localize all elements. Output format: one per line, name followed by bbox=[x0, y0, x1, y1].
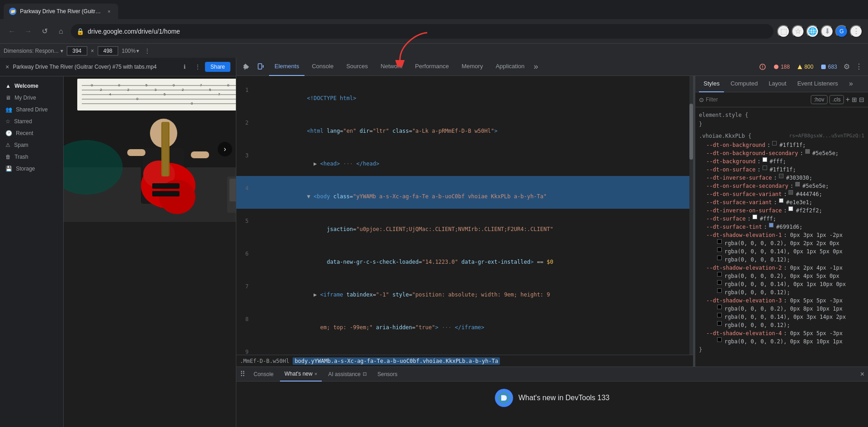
color-swatch-5[interactable] bbox=[779, 174, 783, 178]
drive-nav-shared[interactable]: 👥 Shared Drive bbox=[0, 104, 63, 116]
devtools-tab-memory[interactable]: Memory bbox=[456, 58, 489, 76]
styles-tab-computed[interactable]: Computed bbox=[726, 76, 762, 92]
color-swatch-s1b[interactable] bbox=[717, 247, 722, 252]
color-swatch-s2c[interactable] bbox=[717, 288, 722, 293]
color-swatch-s3b[interactable] bbox=[717, 313, 722, 317]
filter-flex-icon[interactable]: ⊟ bbox=[859, 96, 864, 103]
color-swatch-s3a[interactable] bbox=[717, 305, 722, 309]
color-swatch-11[interactable] bbox=[769, 223, 773, 227]
tab-close-button[interactable]: × bbox=[105, 8, 113, 15]
whats-new-close-button[interactable]: × bbox=[314, 371, 317, 377]
breadcrumb-item-2[interactable]: body.yYWAMb.a-s-Xc-ag-fa-Te.a-b-uoC0bf.v… bbox=[293, 357, 500, 365]
profile-button[interactable]: G bbox=[835, 25, 848, 38]
extensions-button[interactable]: 🌐 bbox=[806, 25, 819, 38]
styles-tab-event-listeners[interactable]: Event Listeners bbox=[793, 76, 843, 92]
dimensions-more-button[interactable]: ⋮ bbox=[145, 48, 150, 54]
styles-content[interactable]: element.style { } .vhoiae.KkxPLb { rs=AF… bbox=[695, 107, 868, 367]
devtools-tab-more[interactable]: » bbox=[532, 62, 540, 71]
style-prop-shadow-elevation-2-rgba3: rgba(0, 0, 0, 0.12); bbox=[706, 288, 864, 296]
info-count[interactable]: 683 bbox=[818, 63, 840, 71]
color-swatch-6[interactable] bbox=[795, 182, 800, 186]
dimensions-bar: Dimensions: Respon... ▾ × 100% ▾ ⋮ bbox=[0, 43, 868, 58]
color-swatch-s4a[interactable] bbox=[717, 337, 722, 342]
devtools-device-button[interactable] bbox=[254, 60, 267, 73]
browser-tab[interactable]: 📁 Parkway Drive The River (Guitrar Cover… bbox=[4, 4, 118, 19]
svg-marker-50 bbox=[798, 65, 802, 69]
warning-count[interactable]: 800 bbox=[794, 63, 816, 71]
color-swatch-7[interactable] bbox=[788, 190, 793, 195]
color-swatch-10[interactable] bbox=[753, 215, 757, 219]
color-swatch-3[interactable] bbox=[763, 157, 767, 162]
breadcrumb-item-1[interactable]: .MmEf-D-B.w50Hl bbox=[240, 358, 289, 364]
home-button[interactable]: ⌂ bbox=[55, 25, 67, 38]
filter-plus-button[interactable]: + bbox=[846, 95, 850, 104]
devtools-inspect-button[interactable] bbox=[240, 60, 253, 73]
drive-nav-spam[interactable]: ⚠ Spam bbox=[0, 139, 63, 151]
download-button[interactable]: ⬇ bbox=[821, 25, 833, 38]
console-tab-ai[interactable]: AI assistance ⊡ bbox=[324, 367, 371, 382]
drive-nav-starred[interactable]: ☆ Starred bbox=[0, 116, 63, 127]
cast-button[interactable]: ⬚ bbox=[777, 25, 790, 38]
drive-nav-trash[interactable]: 🗑 Trash bbox=[0, 151, 63, 163]
menu-button[interactable]: ⋮ bbox=[850, 25, 863, 38]
devtools-tab-performance[interactable]: Performance bbox=[409, 58, 454, 76]
color-swatch-8[interactable] bbox=[779, 198, 783, 203]
dimensions-label[interactable]: Dimensions: Respon... ▾ bbox=[4, 48, 63, 54]
bookmark-button[interactable]: ☆ bbox=[792, 25, 804, 38]
drive-nav-welcome: ▲ Welcome bbox=[0, 80, 63, 92]
drive-nav-recent[interactable]: 🕐 Recent bbox=[0, 127, 63, 139]
devtools-tab-network[interactable]: Network bbox=[375, 58, 408, 76]
drive-share-button[interactable]: Share bbox=[205, 62, 230, 72]
color-swatch-s2b[interactable] bbox=[717, 280, 722, 285]
devtools-settings-button[interactable] bbox=[756, 60, 769, 73]
color-swatch-s1c[interactable] bbox=[717, 256, 722, 260]
styles-tab-styles[interactable]: Styles bbox=[699, 76, 724, 92]
devtools-more-options[interactable]: ⋮ bbox=[853, 62, 864, 71]
filter-hov-button[interactable]: :hov bbox=[811, 95, 828, 104]
drive-action-info[interactable]: ℹ bbox=[180, 61, 190, 72]
svg-point-48 bbox=[762, 67, 763, 68]
devtools-tab-elements[interactable]: Elements bbox=[269, 58, 304, 76]
source-line-4: 4 ▼ <body class="yYWAMb a-s-Xc-ag-fa-Te … bbox=[236, 176, 689, 209]
source-vscrollbar[interactable] bbox=[689, 76, 693, 355]
devtools-tab-sources[interactable]: Sources bbox=[341, 58, 374, 76]
style-prop-dt-inverse-surface: --dt-inverse-surface : #303030; bbox=[706, 174, 864, 182]
styles-tab-layout[interactable]: Layout bbox=[764, 76, 791, 92]
filter-cls-button[interactable]: .cls bbox=[829, 95, 844, 104]
devtools-tab-application[interactable]: Application bbox=[490, 58, 530, 76]
back-button[interactable]: ← bbox=[5, 25, 18, 38]
source-vscrollbar-thumb[interactable] bbox=[689, 104, 693, 160]
drive-close-button[interactable]: × bbox=[5, 63, 9, 70]
console-tab-sensors[interactable]: Sensors bbox=[373, 367, 402, 382]
styles-tab-more[interactable]: » bbox=[844, 76, 858, 92]
console-tab-whats-new[interactable]: What's new × bbox=[280, 367, 322, 382]
color-swatch-2[interactable] bbox=[805, 149, 810, 154]
drive-nav-storage[interactable]: 💾 Storage bbox=[0, 163, 63, 175]
console-close-button[interactable]: × bbox=[860, 370, 864, 378]
color-swatch-1[interactable] bbox=[772, 141, 777, 146]
error-count[interactable]: 188 bbox=[771, 63, 793, 71]
forward-button[interactable]: → bbox=[22, 25, 35, 38]
styles-filter-input[interactable] bbox=[706, 96, 809, 103]
nav-actions: ⬚ ☆ 🌐 ⬇ G ⋮ bbox=[777, 25, 863, 38]
zoom-selector[interactable]: 100% ▾ bbox=[122, 48, 140, 54]
devtools-tab-console[interactable]: Console bbox=[306, 58, 339, 76]
style-prop-shadow-elevation-3-rgba1: rgba(0, 0, 0, 0.2), 0px 8px 10px 1px bbox=[706, 305, 864, 313]
address-bar[interactable]: 🔒 drive.google.com/drive/u/1/home bbox=[71, 24, 773, 39]
style-properties-block: --dt-on-background : #1f1f1f; --dt-on-ba… bbox=[699, 141, 864, 346]
source-content[interactable]: 1 <!DOCTYPE html> 2 <html lang="en" dir=… bbox=[236, 76, 689, 355]
drive-action-more[interactable]: ⋮ bbox=[192, 61, 203, 72]
reload-button[interactable]: ↺ bbox=[38, 25, 51, 38]
height-input[interactable] bbox=[98, 46, 118, 55]
color-swatch-4[interactable] bbox=[763, 166, 767, 170]
color-swatch-s2a[interactable] bbox=[717, 272, 722, 276]
color-swatch-s1a[interactable] bbox=[717, 239, 722, 244]
width-input[interactable] bbox=[67, 46, 87, 55]
video-next-button[interactable]: › bbox=[218, 142, 232, 156]
drive-nav-my-drive[interactable]: 🖥 My Drive bbox=[0, 92, 63, 104]
console-tab-console[interactable]: Console bbox=[249, 367, 278, 382]
color-swatch-9[interactable] bbox=[788, 206, 793, 211]
color-swatch-s3c[interactable] bbox=[717, 321, 722, 326]
devtools-settings-gear[interactable]: ⚙ bbox=[842, 62, 852, 71]
filter-layout-icon[interactable]: ⊞ bbox=[852, 96, 857, 103]
